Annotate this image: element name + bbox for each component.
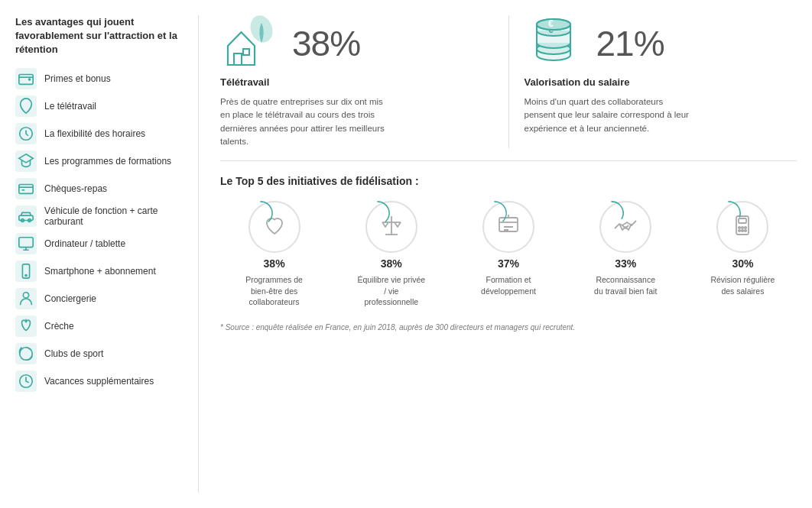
stat-desc-teletravail: Près de quatre entreprises sur dix ont m… [220, 95, 388, 148]
advantage-label-ordinateur: Ordinateur / tablette [44, 238, 125, 249]
right-column: 38%TélétravailPrès de quatre entreprises… [199, 15, 797, 493]
advantage-label-creche: Crèche [44, 321, 74, 332]
advantage-item-teletravail: Le télétravail [15, 95, 183, 117]
initiative-arc-formation [482, 201, 507, 225]
initiative-circle-formation [482, 201, 534, 253]
initiative-circle-revision [716, 201, 768, 253]
stat-percent-teletravail: 38% [292, 23, 360, 64]
stat-label-salaire: Valorisation du salaire [525, 76, 797, 88]
vacation-icon [15, 370, 37, 392]
stat-header-teletravail: 38% [220, 15, 493, 72]
advantage-item-smartphone: Smartphone + abonnement [15, 260, 183, 282]
initiative-pct-reconnaissance: 33% [615, 257, 636, 270]
initiative-arc-bien-etre [248, 201, 273, 225]
svg-rect-13 [234, 53, 242, 65]
house-leaf-icon [220, 15, 281, 72]
initiative-label-revision: Révision régulière des salaires [708, 274, 777, 296]
stat-block-salaire: € € € 21%Valorisation du salaireMoins d'… [508, 15, 797, 148]
advantage-label-vehicule: Véhicule de fonction + carte carburant [44, 205, 183, 227]
leaf-icon [15, 95, 37, 117]
wallet-icon [15, 68, 37, 89]
advantage-item-formations: Les programmes de formations [15, 150, 183, 172]
svg-point-44 [745, 227, 746, 228]
phone-icon [15, 260, 37, 282]
initiative-label-formation: Formation et développement [474, 274, 543, 296]
svg-rect-14 [243, 49, 249, 55]
svg-point-8 [25, 274, 27, 276]
initiative-label-equilibre: Équilibre vie privée / vie professionnel… [357, 274, 426, 308]
svg-rect-6 [19, 237, 33, 247]
page-container: Les avantages qui jouent favorablement s… [0, 0, 812, 508]
advantage-item-vacances: Vacances supplémentaires [15, 370, 183, 392]
svg-text:€: € [548, 18, 554, 29]
advantage-item-cheques: Chèques-repas [15, 178, 183, 199]
advantage-label-formations: Les programmes de formations [44, 156, 171, 167]
svg-point-47 [745, 230, 746, 231]
svg-rect-0 [19, 74, 33, 84]
initiative-item-reconnaissance: 33%Reconnaissance du travail bien fait [572, 201, 680, 308]
svg-point-34 [537, 19, 570, 30]
advantage-label-clubs: Clubs de sport [44, 348, 103, 359]
sport-icon [15, 343, 37, 364]
initiative-pct-revision: 30% [732, 257, 753, 270]
advantage-label-teletravail: Le télétravail [44, 101, 96, 112]
advantage-label-vacances: Vacances supplémentaires [44, 376, 154, 387]
advantage-item-vehicule: Véhicule de fonction + carte carburant [15, 205, 183, 227]
top-stats: 38%TélétravailPrès de quatre entreprises… [220, 15, 797, 161]
initiative-label-bien-etre: Programmes de bien-être des collaborateu… [240, 274, 309, 308]
stat-header-salaire: € € € 21% [525, 15, 797, 72]
svg-point-45 [739, 230, 740, 231]
card-icon [15, 178, 37, 199]
advantage-label-smartphone: Smartphone + abonnement [44, 266, 156, 277]
advantage-item-flexibilite: La flexibilité des horaires [15, 123, 183, 144]
initiatives-row: 38%Programmes de bien-être des collabora… [220, 201, 797, 308]
initiative-item-bien-etre: 38%Programmes de bien-être des collabora… [220, 201, 328, 308]
initiative-circle-reconnaissance [599, 201, 651, 253]
initiatives-title: Le Top 5 des initiatives de fidélisation… [220, 175, 797, 187]
left-column: Les avantages qui jouent favorablement s… [15, 15, 199, 493]
svg-point-46 [742, 230, 743, 231]
computer-icon [15, 233, 37, 254]
initiative-label-reconnaissance: Reconnaissance du travail bien fait [591, 274, 660, 296]
person-icon [15, 288, 37, 309]
initiative-item-revision: 30%Révision régulière des salaires [689, 201, 797, 308]
initiative-circle-equilibre [365, 201, 417, 253]
initiative-pct-equilibre: 38% [381, 257, 402, 270]
initiative-item-formation: 37%Formation et développement [454, 201, 562, 308]
stat-percent-salaire: 21% [596, 23, 664, 64]
advantage-item-primes: Primes et bonus [15, 68, 183, 89]
stat-desc-salaire: Moins d'un quart des collaborateurs pens… [525, 95, 693, 135]
initiative-arc-equilibre [365, 201, 390, 225]
advantage-item-creche: Crèche [15, 315, 183, 337]
clock-icon [15, 123, 37, 144]
advantage-label-cheques: Chèques-repas [44, 183, 107, 194]
car-icon [15, 205, 37, 227]
advantage-item-ordinateur: Ordinateur / tablette [15, 233, 183, 254]
advantage-item-conciergerie: Conciergerie [15, 288, 183, 309]
initiative-item-equilibre: 38%Équilibre vie privée / vie profession… [337, 201, 445, 308]
initiative-pct-formation: 37% [498, 257, 519, 270]
advantage-label-conciergerie: Conciergerie [44, 293, 96, 304]
left-title: Les avantages qui jouent favorablement s… [15, 15, 183, 57]
initiative-arc-revision [716, 201, 741, 225]
stat-block-teletravail: 38%TélétravailPrès de quatre entreprises… [220, 15, 508, 148]
svg-rect-2 [19, 184, 33, 193]
advantage-label-flexibilite: La flexibilité des horaires [44, 128, 145, 139]
initiative-pct-bien-etre: 38% [264, 257, 285, 270]
euro-stack-icon: € € € [525, 15, 586, 72]
stat-label-teletravail: Télétravail [220, 76, 493, 88]
advantage-list: Primes et bonusLe télétravailLa flexibil… [15, 68, 183, 392]
svg-point-42 [739, 227, 740, 228]
advantage-item-clubs: Clubs de sport [15, 343, 183, 364]
source-text: * Source : enquête réalisée en France, e… [220, 322, 797, 333]
initiative-arc-reconnaissance [599, 201, 624, 225]
apple-icon [15, 315, 37, 337]
svg-point-9 [23, 292, 28, 297]
advantage-label-primes: Primes et bonus [44, 73, 111, 84]
svg-point-43 [742, 227, 743, 228]
bottom-section: Le Top 5 des initiatives de fidélisation… [220, 161, 797, 333]
initiative-circle-bien-etre [248, 201, 300, 253]
graduation-icon [15, 150, 37, 172]
